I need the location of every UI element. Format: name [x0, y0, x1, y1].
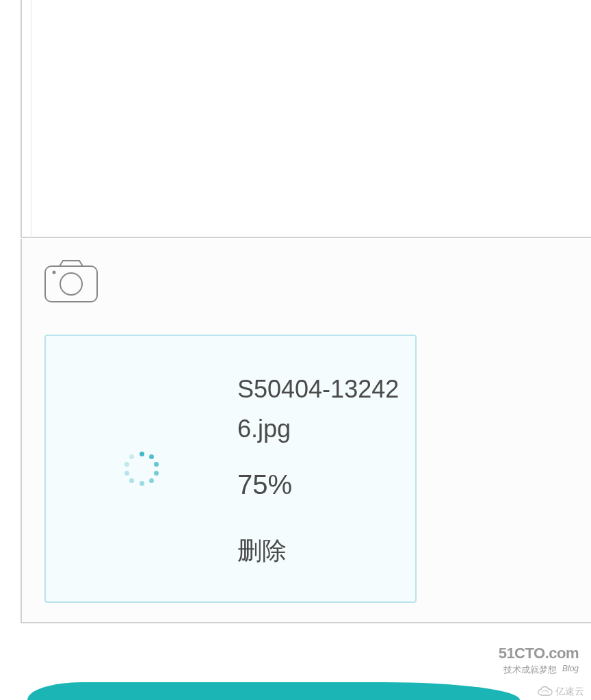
spinner-area: [46, 336, 237, 601]
watermark-site: 51CTO.com: [499, 645, 579, 662]
svg-point-2: [53, 271, 56, 274]
watermark-subtitle: 技术成就梦想: [503, 664, 557, 675]
watermark-bottom-text: 亿速云: [555, 686, 584, 698]
svg-point-1: [60, 273, 82, 295]
content-panel: [21, 0, 591, 238]
upload-progress: 75%: [237, 469, 402, 500]
upload-filename: S50404-132426.jpg: [237, 370, 402, 448]
upload-progress-card: S50404-132426.jpg 75% 删除: [44, 335, 417, 603]
upload-panel: S50404-132426.jpg 75% 删除: [21, 239, 591, 623]
camera-icon: [44, 259, 98, 302]
bottom-banner[interactable]: [27, 682, 520, 700]
inner-divider-line: [31, 0, 31, 238]
camera-button[interactable]: [44, 259, 98, 302]
watermark-51cto: 51CTO.com 技术成就梦想 Blog: [499, 645, 579, 676]
watermark-yisu: 亿速云: [538, 686, 584, 698]
cloud-icon: [538, 686, 553, 697]
delete-button[interactable]: 删除: [237, 534, 402, 568]
upload-info: S50404-132426.jpg 75% 删除: [237, 370, 415, 567]
loading-spinner-icon: [124, 452, 159, 486]
watermark-tag: Blog: [562, 664, 579, 673]
